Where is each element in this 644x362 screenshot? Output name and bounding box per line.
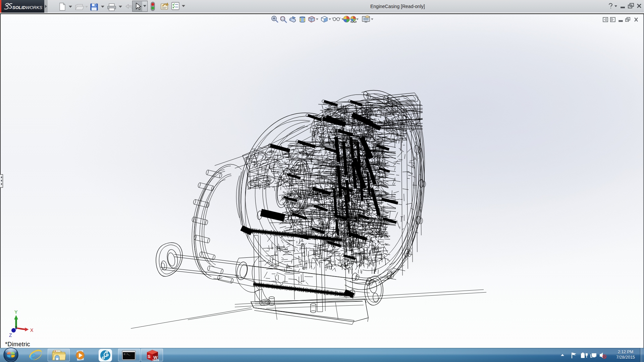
svg-text:e: e [30,349,36,362]
svg-text:S: S [148,354,151,359]
svg-text:Z: Z [9,333,12,338]
svg-text:2015: 2015 [152,359,159,362]
svg-text:X: X [30,327,34,333]
svg-text:Y: Y [14,309,18,315]
svg-text:C:\_: C:\_ [124,353,130,356]
